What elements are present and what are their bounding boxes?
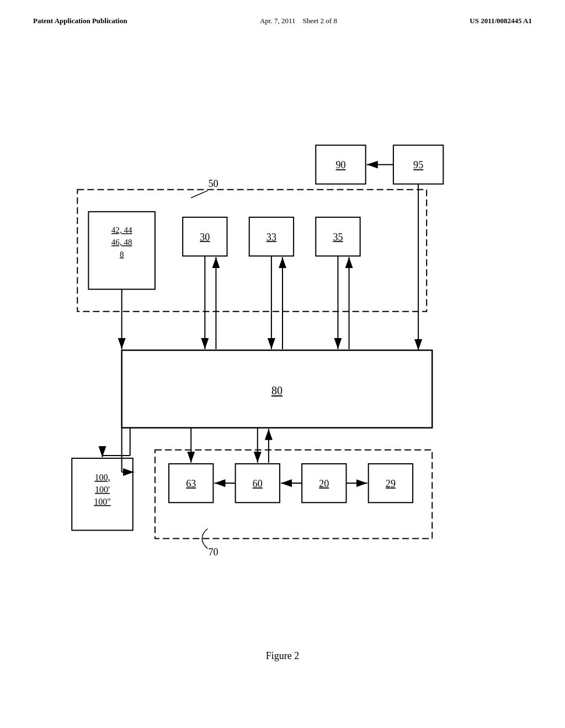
header-sheet: Sheet 2 of 8: [302, 17, 337, 25]
svg-text:30: 30: [200, 232, 210, 243]
svg-text:29: 29: [386, 478, 396, 489]
svg-text:33: 33: [266, 232, 276, 243]
svg-text:42, 44: 42, 44: [111, 226, 132, 234]
svg-text:8: 8: [120, 250, 124, 259]
svg-text:50: 50: [208, 178, 218, 189]
header-right-label: US 2011/0082445 A1: [470, 17, 532, 25]
svg-text:20: 20: [319, 478, 329, 489]
header-date: Apr. 7, 2011: [260, 17, 296, 25]
svg-text:70: 70: [208, 547, 218, 558]
svg-text:63: 63: [186, 478, 196, 489]
svg-text:100': 100': [95, 485, 110, 494]
svg-text:90: 90: [335, 159, 345, 170]
figure-2-diagram: 90 95 50 42, 44 46, 48 8 30 33 35: [44, 83, 521, 618]
figure-caption: Figure 2: [0, 650, 565, 662]
svg-text:46, 48: 46, 48: [111, 238, 132, 247]
svg-text:80: 80: [271, 384, 282, 397]
svg-text:100": 100": [94, 497, 111, 506]
svg-text:100,: 100,: [94, 473, 110, 482]
page-header: Patent Application Publication Apr. 7, 2…: [33, 17, 532, 25]
svg-text:35: 35: [333, 232, 343, 243]
header-center: Apr. 7, 2011 Sheet 2 of 8: [260, 17, 337, 25]
header-left-label: Patent Application Publication: [33, 17, 127, 25]
svg-text:60: 60: [253, 478, 263, 489]
svg-line-10: [191, 191, 207, 198]
svg-text:95: 95: [413, 159, 423, 170]
